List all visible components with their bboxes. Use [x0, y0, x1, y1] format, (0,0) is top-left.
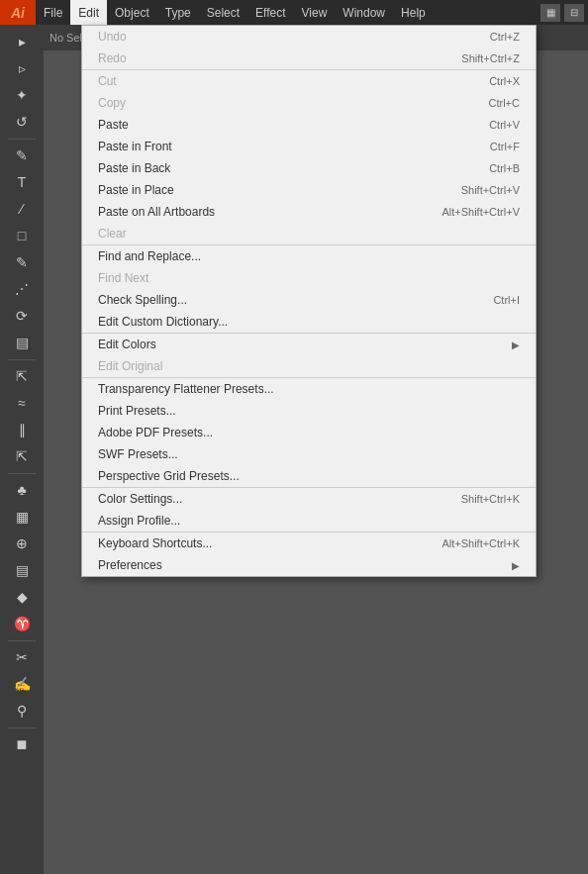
- menu-item-find-next[interactable]: Find Next: [82, 267, 536, 289]
- menu-item-edit-colors[interactable]: Edit Colors ▶: [82, 334, 536, 355]
- menu-edit[interactable]: Edit: [70, 0, 107, 25]
- menu-item-preferences[interactable]: Preferences ▶: [82, 554, 536, 576]
- type-tool[interactable]: T: [7, 169, 37, 195]
- menu-select[interactable]: Select: [199, 0, 247, 25]
- menu-item-undo[interactable]: Undo Ctrl+Z: [82, 26, 536, 48]
- perspective-presets-label: Perspective Grid Presets...: [98, 469, 240, 483]
- paste-back-shortcut: Ctrl+B: [489, 162, 520, 174]
- cut-label: Cut: [98, 74, 117, 88]
- blend-tool[interactable]: ♈: [7, 611, 37, 636]
- color-settings-label: Color Settings...: [98, 492, 182, 506]
- symbol-sprayer-tool[interactable]: ♣: [7, 477, 37, 503]
- gradient-tool[interactable]: ▤: [7, 557, 37, 583]
- menu-bar-items: File Edit Object Type Select Effect View…: [36, 0, 434, 25]
- toolbar-sep-2: [8, 359, 36, 360]
- edit-colors-label: Edit Colors: [98, 338, 156, 351]
- copy-shortcut: Ctrl+C: [489, 97, 520, 109]
- menu-file[interactable]: File: [36, 0, 70, 25]
- menu-item-paste[interactable]: Paste Ctrl+V: [82, 114, 536, 136]
- menu-item-edit-original[interactable]: Edit Original: [82, 355, 536, 377]
- workspace-icon[interactable]: ⊟: [564, 4, 584, 22]
- menu-item-pdf-presets[interactable]: Adobe PDF Presets...: [82, 422, 536, 443]
- clear-label: Clear: [98, 227, 127, 241]
- free-transform-tool[interactable]: ⇱: [7, 443, 37, 469]
- edit-original-label: Edit Original: [98, 359, 162, 373]
- select-tool[interactable]: ▸: [7, 29, 37, 54]
- menu-effect[interactable]: Effect: [247, 0, 293, 25]
- toolbar-sep-1: [8, 139, 36, 140]
- menu-item-print-presets[interactable]: Print Presets...: [82, 400, 536, 422]
- keyboard-shortcuts-shortcut: Alt+Shift+Ctrl+K: [441, 537, 520, 549]
- column-graph-tool[interactable]: ▦: [7, 504, 37, 530]
- find-replace-label: Find and Replace...: [98, 249, 201, 263]
- reflect-tool[interactable]: ▤: [7, 330, 37, 355]
- magic-wand-tool[interactable]: ✦: [7, 82, 37, 108]
- left-toolbar: ▸ ▹ ✦ ↺ ✎ T ∕ □ ✎ ⋰ ⟳ ▤ ⇱ ≈ ∥ ⇱ ♣ ▦ ⊕ ▤ …: [0, 25, 44, 874]
- menu-help[interactable]: Help: [393, 0, 434, 25]
- warp-tool[interactable]: ≈: [7, 390, 37, 416]
- paintbrush-tool[interactable]: ✎: [7, 249, 37, 275]
- scale-tool[interactable]: ⇱: [7, 363, 37, 389]
- menu-item-swf-presets[interactable]: SWF Presets...: [82, 443, 536, 465]
- menu-item-perspective-presets[interactable]: Perspective Grid Presets...: [82, 465, 536, 487]
- preferences-arrow: ▶: [512, 560, 520, 571]
- menu-view[interactable]: View: [294, 0, 336, 25]
- menu-type[interactable]: Type: [157, 0, 199, 25]
- menu-bar-right: ▦ ⊟: [540, 4, 588, 22]
- menu-item-keyboard-shortcuts[interactable]: Keyboard Shortcuts... Alt+Shift+Ctrl+K: [82, 533, 536, 554]
- menu-item-color-settings[interactable]: Color Settings... Shift+Ctrl+K: [82, 488, 536, 510]
- menu-item-redo[interactable]: Redo Shift+Ctrl+Z: [82, 48, 536, 69]
- menu-bar: Ai File Edit Object Type Select Effect V…: [0, 0, 588, 25]
- rect-tool[interactable]: □: [7, 223, 37, 248]
- toolbar-sep-3: [8, 473, 36, 474]
- paste-all-shortcut: Alt+Shift+Ctrl+V: [441, 206, 520, 218]
- menu-item-paste-front[interactable]: Paste in Front Ctrl+F: [82, 136, 536, 157]
- undo-shortcut: Ctrl+Z: [490, 31, 520, 43]
- eyedropper-tool[interactable]: ◆: [7, 584, 37, 610]
- zoom-tool[interactable]: ⚲: [7, 698, 37, 724]
- undo-label: Undo: [98, 30, 127, 44]
- menu-window[interactable]: Window: [335, 0, 393, 25]
- swf-presets-label: SWF Presets...: [98, 447, 178, 461]
- menu-item-copy[interactable]: Copy Ctrl+C: [82, 92, 536, 114]
- pdf-presets-label: Adobe PDF Presets...: [98, 426, 213, 439]
- paste-front-shortcut: Ctrl+F: [490, 141, 520, 152]
- menu-item-paste-all[interactable]: Paste on All Artboards Alt+Shift+Ctrl+V: [82, 201, 536, 223]
- mesh-tool[interactable]: ⊕: [7, 531, 37, 556]
- redo-shortcut: Shift+Ctrl+Z: [461, 52, 520, 64]
- color-settings-shortcut: Shift+Ctrl+K: [461, 493, 520, 505]
- paste-shortcut: Ctrl+V: [489, 119, 520, 131]
- pencil-tool[interactable]: ⋰: [7, 276, 37, 302]
- rotate-tool[interactable]: ⟳: [7, 303, 37, 329]
- check-spelling-shortcut: Ctrl+I: [493, 294, 520, 306]
- paste-place-shortcut: Shift+Ctrl+V: [461, 184, 520, 196]
- menu-item-check-spelling[interactable]: Check Spelling... Ctrl+I: [82, 289, 536, 311]
- menu-item-paste-back[interactable]: Paste in Back Ctrl+B: [82, 157, 536, 179]
- hand-tool[interactable]: ✍: [7, 671, 37, 697]
- menu-item-assign-profile[interactable]: Assign Profile...: [82, 510, 536, 532]
- check-spelling-label: Check Spelling...: [98, 293, 187, 307]
- menu-section-shortcuts: Keyboard Shortcuts... Alt+Shift+Ctrl+K P…: [82, 533, 536, 576]
- menu-item-paste-place[interactable]: Paste in Place Shift+Ctrl+V: [82, 179, 536, 201]
- menu-section-colors: Edit Colors ▶ Edit Original: [82, 334, 536, 378]
- pen-tool[interactable]: ✎: [7, 143, 37, 168]
- menu-object[interactable]: Object: [107, 0, 157, 25]
- direct-select-tool[interactable]: ▹: [7, 55, 37, 81]
- arrange-icon[interactable]: ▦: [540, 4, 560, 22]
- menu-item-find-replace[interactable]: Find and Replace...: [82, 245, 536, 267]
- fill-stroke[interactable]: ■: [7, 731, 37, 757]
- lasso-tool[interactable]: ↺: [7, 109, 37, 135]
- menu-item-custom-dict[interactable]: Edit Custom Dictionary...: [82, 311, 536, 333]
- menu-section-presets: Transparency Flattener Presets... Print …: [82, 378, 536, 488]
- line-tool[interactable]: ∕: [7, 196, 37, 222]
- menu-item-clear[interactable]: Clear: [82, 223, 536, 244]
- menu-item-transparency-presets[interactable]: Transparency Flattener Presets...: [82, 378, 536, 400]
- redo-label: Redo: [98, 51, 127, 65]
- find-next-label: Find Next: [98, 271, 148, 285]
- width-tool[interactable]: ∥: [7, 417, 37, 442]
- custom-dict-label: Edit Custom Dictionary...: [98, 315, 228, 329]
- scissors-tool[interactable]: ✂: [7, 644, 37, 670]
- paste-front-label: Paste in Front: [98, 140, 172, 153]
- menu-item-cut[interactable]: Cut Ctrl+X: [82, 70, 536, 92]
- menu-section-clipboard: Cut Ctrl+X Copy Ctrl+C Paste Ctrl+V Past…: [82, 70, 536, 245]
